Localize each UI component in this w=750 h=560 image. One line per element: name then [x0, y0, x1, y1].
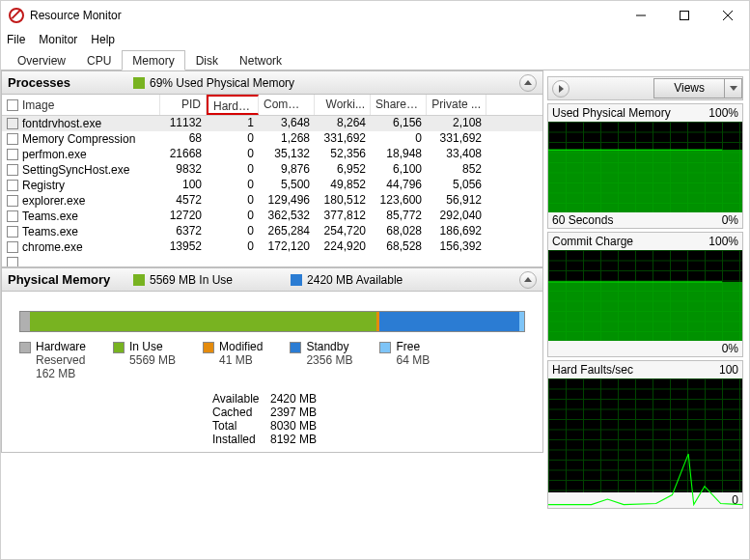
- tab-disk[interactable]: Disk: [185, 50, 229, 70]
- checkbox[interactable]: [7, 164, 18, 176]
- seg-free: [519, 312, 524, 331]
- table-row[interactable]: perfmon.exe21668035,13252,35618,94833,40…: [2, 147, 542, 162]
- legend-standby: Standby2356 MB: [290, 340, 352, 380]
- col-image[interactable]: Image: [2, 95, 160, 115]
- memory-stats: Available2420 MB Cached2397 MB Total8030…: [212, 392, 525, 446]
- process-list: Image PID Hard F... Commi... Worki... Sh…: [1, 95, 543, 267]
- menu-help[interactable]: Help: [91, 33, 115, 46]
- left-column: Processes 69% Used Physical Memory Image…: [1, 70, 543, 560]
- table-row[interactable]: [2, 255, 542, 266]
- chevron-down-icon[interactable]: [724, 79, 741, 98]
- processes-title: Processes: [8, 75, 133, 90]
- col-shareable[interactable]: Sharea...: [371, 95, 427, 115]
- legend-free: Free64 MB: [379, 340, 430, 380]
- collapse-icon[interactable]: [519, 74, 537, 92]
- table-row[interactable]: Teams.exe127200362,532377,81285,772292,0…: [2, 209, 542, 224]
- checkbox[interactable]: [7, 241, 18, 253]
- minimize-button[interactable]: [619, 2, 662, 29]
- app-icon: [9, 8, 24, 23]
- table-row[interactable]: Memory Compression6801,268331,6920331,69…: [2, 131, 542, 147]
- checkbox[interactable]: [7, 210, 18, 222]
- seg-hwreserved: [20, 312, 30, 331]
- processes-summary: 69% Used Physical Memory: [150, 76, 294, 90]
- maximize-button[interactable]: [662, 2, 706, 29]
- physmem-title: Physical Memory: [8, 272, 133, 287]
- chart-top-value: 100%: [708, 106, 738, 120]
- physmem-inuse-text: 5569 MB In Use: [150, 273, 233, 287]
- expand-icon[interactable]: [552, 80, 569, 98]
- legend-modified: Modified41 MB: [203, 340, 263, 380]
- content-pane: Processes 69% Used Physical Memory Image…: [1, 70, 749, 560]
- checkbox[interactable]: [7, 257, 18, 266]
- inuse-swatch-icon: [133, 274, 145, 286]
- checkbox[interactable]: [7, 133, 18, 145]
- col-hardfaults[interactable]: Hard F...: [207, 95, 259, 115]
- chart-stack: Used Physical Memory100%60 Seconds0%Comm…: [547, 103, 743, 509]
- col-pid[interactable]: PID: [160, 95, 207, 115]
- process-grid-header: Image PID Hard F... Commi... Worki... Sh…: [2, 95, 542, 116]
- checkbox[interactable]: [7, 118, 18, 129]
- table-row[interactable]: Registry10005,50049,85244,7965,056: [2, 178, 542, 193]
- menu-bar: File Monitor Help: [1, 30, 749, 49]
- processes-header[interactable]: Processes 69% Used Physical Memory: [1, 70, 543, 95]
- checkbox[interactable]: [7, 149, 18, 160]
- chart-2: Hard Faults/sec1000: [547, 360, 743, 509]
- window-title: Resource Monitor: [30, 9, 619, 22]
- table-row[interactable]: chrome.exe139520172,120224,92068,528156,…: [2, 239, 542, 255]
- chart-1: Commit Charge100%0%: [547, 232, 743, 357]
- table-row[interactable]: explorer.exe45720129,496180,512123,60056…: [2, 193, 542, 209]
- col-commit[interactable]: Commi...: [259, 95, 315, 115]
- right-column: Views Used Physical Memory100%60 Seconds…: [543, 70, 749, 560]
- checkbox-all[interactable]: [7, 99, 18, 111]
- checkbox[interactable]: [7, 195, 18, 207]
- tab-bar: Overview CPU Memory Disk Network: [1, 49, 749, 70]
- tab-memory[interactable]: Memory: [122, 50, 184, 70]
- right-header: Views: [547, 76, 743, 100]
- process-grid-body[interactable]: fontdrvhost.exe1113213,6488,2646,1562,10…: [2, 116, 542, 266]
- chart-0: Used Physical Memory100%60 Seconds0%: [547, 103, 743, 229]
- tab-overview[interactable]: Overview: [7, 50, 76, 70]
- physmem-header[interactable]: Physical Memory 5569 MB In Use 2420 MB A…: [1, 267, 543, 292]
- checkbox[interactable]: [7, 180, 18, 191]
- legend-hw: HardwareReserved162 MB: [19, 340, 86, 380]
- col-working[interactable]: Worki...: [315, 95, 371, 115]
- views-button[interactable]: Views: [653, 78, 742, 98]
- close-button[interactable]: [706, 2, 749, 29]
- views-label: Views: [654, 79, 724, 98]
- legend-inuse: In Use5569 MB: [113, 340, 176, 380]
- col-private[interactable]: Private ...: [427, 95, 486, 115]
- avail-swatch-icon: [291, 274, 302, 286]
- chart-title: Used Physical Memory: [552, 106, 671, 120]
- memory-legend: HardwareReserved162 MB In Use5569 MB Mod…: [19, 332, 525, 384]
- seg-standby: [379, 312, 519, 331]
- memory-bar: [19, 311, 525, 332]
- table-row[interactable]: SettingSyncHost.exe983209,8766,9526,1008…: [2, 162, 542, 178]
- table-row[interactable]: fontdrvhost.exe1113213,6488,2646,1562,10…: [2, 116, 542, 131]
- seg-inuse: [30, 312, 375, 331]
- title-bar: Resource Monitor: [1, 1, 749, 30]
- checkbox[interactable]: [7, 226, 18, 238]
- table-row[interactable]: Teams.exe63720265,284254,72068,028186,69…: [2, 224, 542, 239]
- tab-cpu[interactable]: CPU: [76, 50, 122, 70]
- collapse-icon[interactable]: [519, 271, 537, 289]
- usage-swatch-icon: [133, 77, 145, 89]
- memory-panel: HardwareReserved162 MB In Use5569 MB Mod…: [1, 292, 543, 453]
- physmem-avail-text: 2420 MB Available: [307, 273, 403, 287]
- svg-rect-0: [680, 12, 688, 20]
- menu-monitor[interactable]: Monitor: [39, 33, 77, 46]
- tab-network[interactable]: Network: [229, 50, 292, 70]
- menu-file[interactable]: File: [7, 33, 25, 46]
